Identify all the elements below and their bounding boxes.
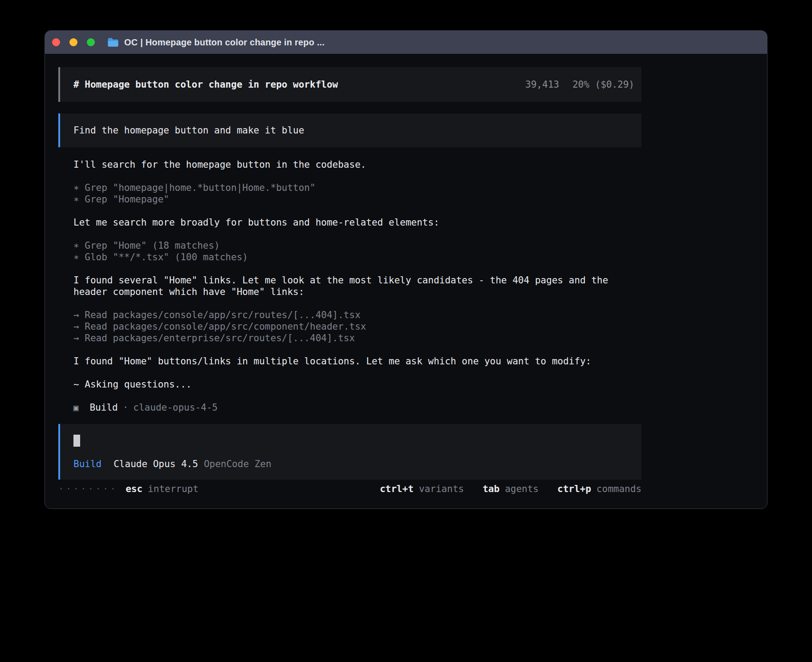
terminal-window: OC | Homepage button color change in rep…	[45, 30, 767, 509]
asking-questions-status: ~ Asking questions...	[73, 379, 641, 390]
mode-indicator[interactable]: Build	[73, 458, 102, 470]
provider-indicator: OpenCode Zen	[204, 458, 272, 470]
tool-call-read: → Read packages/console/app/src/routes/[…	[73, 309, 641, 321]
folder-icon	[107, 37, 119, 47]
variants-label: variants	[419, 483, 464, 495]
input-footer: Build Claude Opus 4.5 OpenCode Zen	[73, 458, 628, 470]
tool-call-glob: ∗ Glob "**/*.tsx" (100 matches)	[73, 251, 641, 263]
conversation-transcript: I'll search for the homepage button in t…	[58, 159, 641, 413]
session-stats: 39,413 20% ($0.29)	[525, 79, 634, 90]
assistant-text: I found several "Home" links. Let me loo…	[73, 274, 641, 298]
traffic-lights	[52, 38, 95, 46]
variants-shortcut[interactable]: ctrl+t variants	[380, 483, 464, 495]
assistant-text: Let me search more broadly for buttons a…	[73, 217, 641, 228]
tool-call-grep: ∗ Grep "Home" (18 matches)	[73, 240, 641, 251]
user-message-text: Find the homepage button and make it blu…	[73, 125, 304, 136]
text-cursor	[73, 435, 80, 447]
commands-shortcut[interactable]: ctrl+p commands	[557, 483, 641, 495]
token-count: 39,413	[525, 79, 559, 90]
prompt-input[interactable]: Build Claude Opus 4.5 OpenCode Zen	[58, 424, 641, 480]
context-usage: 20% ($0.29)	[572, 79, 634, 90]
session-header: # Homepage button color change in repo w…	[58, 67, 641, 102]
esc-key-hint[interactable]: esc	[126, 483, 142, 495]
tool-call-grep: ∗ Grep "Homepage"	[73, 194, 641, 205]
user-message: Find the homepage button and make it blu…	[58, 113, 641, 147]
commands-label: commands	[597, 483, 641, 495]
assistant-text: I found "Home" buttons/links in multiple…	[73, 355, 641, 367]
tab-key: tab	[483, 483, 499, 495]
interrupt-label: interrupt	[148, 483, 199, 495]
agent-icon: ▣	[73, 402, 78, 413]
session-title: # Homepage button color change in repo w…	[73, 79, 338, 90]
status-bar: ········ esc interrupt ctrl+t variants t…	[58, 483, 641, 495]
ctrl-t-key: ctrl+t	[380, 483, 414, 495]
terminal-body: # Homepage button color change in repo w…	[45, 54, 767, 495]
agents-shortcut[interactable]: tab agents	[483, 483, 539, 495]
zoom-button[interactable]	[87, 38, 95, 46]
agent-status-line: ▣ Build · claude-opus-4-5	[73, 402, 641, 413]
minimize-button[interactable]	[69, 38, 77, 46]
agent-model: claude-opus-4-5	[133, 402, 218, 413]
ctrl-p-key: ctrl+p	[557, 483, 591, 495]
tool-call-read: → Read packages/console/app/src/componen…	[73, 321, 641, 332]
activity-dots: ········	[58, 483, 118, 495]
window-titlebar[interactable]: OC | Homepage button color change in rep…	[45, 31, 767, 54]
agent-name: Build	[89, 402, 118, 413]
agents-label: agents	[505, 483, 539, 495]
tool-call-grep: ∗ Grep "homepage|home.*button|Home.*butt…	[73, 182, 641, 194]
window-title: OC | Homepage button color change in rep…	[124, 37, 325, 48]
model-indicator[interactable]: Claude Opus 4.5	[114, 458, 198, 470]
tool-call-read: → Read packages/enterprise/src/routes/[.…	[73, 332, 641, 344]
assistant-text: I'll search for the homepage button in t…	[73, 159, 641, 170]
agent-separator: ·	[123, 402, 129, 413]
close-button[interactable]	[52, 38, 60, 46]
